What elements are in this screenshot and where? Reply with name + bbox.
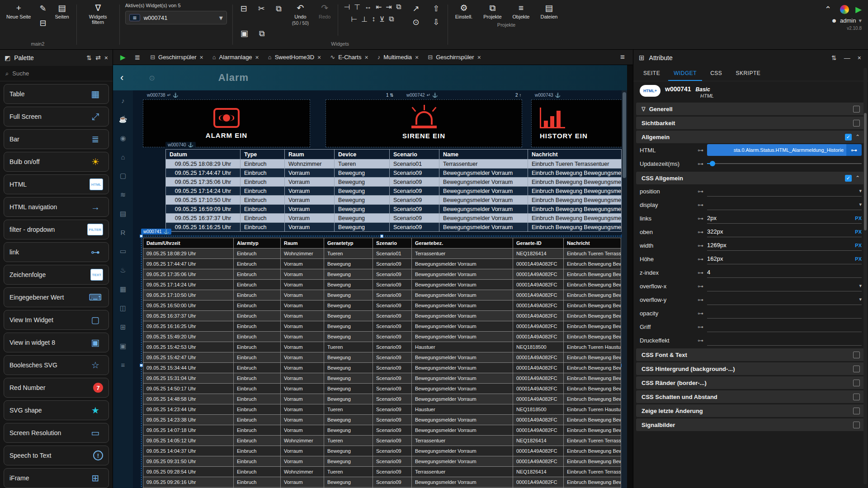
- side-menu-icon[interactable]: ♪: [121, 97, 125, 104]
- link-icon[interactable]: ⊶: [698, 188, 703, 195]
- link-icon[interactable]: ⊶: [698, 337, 703, 344]
- siren-widget[interactable]: SIRENE EIN: [326, 99, 522, 147]
- widget-tag[interactable]: w000740 ⚓: [165, 142, 196, 148]
- table2-row[interactable]: 09.05.25 15:34:44 Uhr Einbruch Vorraum B…: [143, 363, 621, 373]
- align-icon[interactable]: ⊻: [379, 15, 385, 23]
- chevron-up-icon[interactable]: ⌃: [855, 134, 860, 140]
- align-icon[interactable]: ⇥: [386, 3, 392, 11]
- link-icon[interactable]: ⊶: [698, 229, 703, 235]
- paste-button[interactable]: ▣: [238, 28, 250, 39]
- section-css-allgemein[interactable]: CSS Allgemein ✓ ⌃: [636, 172, 865, 184]
- unit-px-button[interactable]: PX: [855, 243, 862, 248]
- delete-page-button[interactable]: ⊟: [37, 17, 48, 29]
- palette-item[interactable]: Bulb on/off ☀: [4, 152, 109, 172]
- link-icon[interactable]: ⊶: [698, 324, 703, 330]
- table2-row[interactable]: 09.05.25 14:23:38 Uhr Einbruch Vorraum B…: [143, 415, 621, 425]
- side-menu-icon[interactable]: ▦: [120, 285, 126, 293]
- table1-row[interactable]: 09.05.25 16:16:25 Uhr Einbruch Vorraum B…: [166, 223, 622, 232]
- css-property-input[interactable]: ▾: [707, 335, 862, 346]
- unit-px-button[interactable]: PX: [855, 256, 862, 262]
- css-property-input[interactable]: 322px PX ▾: [707, 226, 862, 237]
- alarm-table-widget[interactable]: DatumTypeRaumDeviceScenarioNameNachricht…: [165, 149, 622, 232]
- table2-row[interactable]: 09.05.25 18:08:29 Uhr Einbruch Wohnzimme…: [143, 249, 621, 259]
- widget-tag[interactable]: w000742 ↵ ⚓: [404, 92, 440, 98]
- tab-close-icon[interactable]: ×: [255, 54, 259, 61]
- section-checkbox[interactable]: [853, 120, 860, 127]
- tab-close-icon[interactable]: ×: [364, 54, 368, 61]
- section-checkbox[interactable]: [853, 380, 860, 386]
- palette-item[interactable]: link ⊶: [4, 242, 109, 262]
- minimize-panel-icon[interactable]: —: [843, 54, 852, 61]
- table1-row[interactable]: 09.05.25 17:10:50 Uhr Einbruch Vorraum B…: [166, 196, 622, 205]
- section-checkbox[interactable]: [853, 352, 860, 358]
- widget-tag[interactable]: w000738 ↵ ⚓: [145, 92, 180, 98]
- table1-row[interactable]: 09.05.25 17:44:47 Uhr Einbruch Vorraum B…: [166, 169, 622, 178]
- expand-collapse-icon[interactable]: ⇅: [86, 54, 92, 61]
- link-icon[interactable]: ⊶: [698, 215, 703, 222]
- table2-row[interactable]: 09.05.25 17:10:50 Uhr Einbruch Vorraum B…: [143, 290, 621, 300]
- table1-row[interactable]: 09.05.25 16:59:09 Uhr Einbruch Vorraum B…: [166, 205, 622, 214]
- undo-button[interactable]: ↶ Undo (50 / 50): [290, 3, 311, 27]
- side-menu-icon[interactable]: ◉: [120, 134, 126, 142]
- widget-select[interactable]: ▦ w000741 ▾: [125, 11, 227, 24]
- table2-row[interactable]: 09.05.25 09:28:54 Uhr Einbruch Wohnzimme…: [143, 467, 621, 477]
- redo-button[interactable]: ↷ Redo: [317, 3, 332, 20]
- tab-close-icon[interactable]: ×: [200, 54, 203, 61]
- section-allgemein[interactable]: Allgemein ✓ ⌃: [636, 131, 865, 143]
- chevron-down-icon[interactable]: ▾: [859, 296, 862, 302]
- side-menu-icon[interactable]: ♨: [120, 266, 126, 274]
- select-oid-button[interactable]: ⊶: [846, 144, 862, 156]
- new-page-button[interactable]: + Neue Seite: [5, 3, 33, 20]
- editor-canvas[interactable]: ‹ ⊙ Alarm ♪☕◉⌂▢≋▤R▭♨▦◫⊞▣≡ w000738 ↵ ⚓ 1 …: [113, 65, 627, 488]
- table2-row[interactable]: 09.05.25 16:16:25 Uhr Einbruch Vorraum B…: [143, 321, 621, 332]
- chevron-down-icon[interactable]: ▾: [859, 283, 862, 289]
- palette-item[interactable]: View Im Widget ▢: [4, 310, 109, 330]
- open-external-icon[interactable]: ↗: [410, 3, 421, 14]
- table2-row[interactable]: 09.05.25 14:07:18 Uhr Einbruch Vorraum B…: [143, 425, 621, 436]
- align-icon[interactable]: ⊤: [354, 3, 360, 11]
- palette-item[interactable]: Screen Resolution ▭: [4, 423, 109, 443]
- table1-row[interactable]: 09.05.25 17:14:24 Uhr Einbruch Vorraum B…: [166, 187, 622, 196]
- css-property-input[interactable]: 4 ▾: [707, 267, 862, 278]
- palette-item[interactable]: SVG shape ★: [4, 400, 109, 420]
- css-property-input[interactable]: ▾: [707, 321, 862, 332]
- history-widget[interactable]: HISTORY EIN: [531, 99, 627, 147]
- link-icon[interactable]: ⊶: [698, 242, 703, 249]
- view-tab[interactable]: ♪ Multimedia ×: [373, 50, 424, 65]
- align-icon[interactable]: ⊣: [344, 3, 350, 11]
- palette-item[interactable]: filter - dropdown FILTER: [4, 220, 109, 239]
- eye-icon[interactable]: ⊙: [410, 16, 421, 28]
- attribute-section-header[interactable]: Zeige letzte Änderung: [636, 404, 865, 417]
- palette-item[interactable]: Speech to Text !: [4, 446, 109, 465]
- table2-row[interactable]: 09.05.25 09:31:50 Uhr Einbruch Vorraum B…: [143, 456, 621, 467]
- css-property-input[interactable]: ▾: [707, 199, 862, 210]
- run-project-button[interactable]: ▶: [855, 5, 862, 14]
- layers-icon[interactable]: ≣: [131, 53, 144, 61]
- filter-widgets-button[interactable]: ∇ Widgets filtern: [82, 3, 114, 26]
- projects-button[interactable]: ⧉ Projekte: [481, 3, 503, 20]
- table2-row[interactable]: 09.05.25 14:05:12 Uhr Einbruch Wohnzimme…: [143, 436, 621, 446]
- palette-item[interactable]: Table ▦: [4, 84, 109, 104]
- palette-search[interactable]: ⌕ Suche: [0, 66, 113, 81]
- link-icon[interactable]: ⊶: [698, 283, 703, 290]
- attributes-scrollbar[interactable]: [863, 68, 867, 484]
- side-menu-icon[interactable]: ☕: [119, 115, 127, 123]
- side-menu-icon[interactable]: ≋: [120, 191, 126, 199]
- view-tab[interactable]: ⊟ Geschirrspüler ×: [423, 50, 486, 65]
- objects-button[interactable]: ≡ Objekte: [511, 3, 532, 20]
- export-widget-icon[interactable]: ⇧: [431, 3, 442, 14]
- section-checkbox-checked[interactable]: ✓: [845, 134, 852, 141]
- pin-panel-icon[interactable]: ⇅: [94, 55, 102, 61]
- attribute-section-header[interactable]: Signalbilder: [636, 418, 865, 431]
- table1-row[interactable]: 09.05.25 18:08:29 Uhr Einbruch Wohnzimme…: [166, 160, 622, 169]
- user-menu[interactable]: ☻ admin ▾: [831, 17, 862, 24]
- canvas-scrollbar[interactable]: [622, 90, 627, 488]
- view-tab[interactable]: ⌂ SweetHome3D ×: [264, 50, 326, 65]
- cut-button[interactable]: ✂: [256, 3, 267, 14]
- resize-handle[interactable]: [140, 235, 143, 238]
- attributes-tab[interactable]: CSS: [705, 66, 727, 81]
- palette-item[interactable]: Bar ≣: [4, 129, 109, 149]
- table2-row[interactable]: 09.05.25 16:37:37 Uhr Einbruch Vorraum B…: [143, 311, 621, 321]
- chevron-down-icon[interactable]: ▾: [859, 202, 862, 207]
- css-property-input[interactable]: ▾: [707, 186, 862, 197]
